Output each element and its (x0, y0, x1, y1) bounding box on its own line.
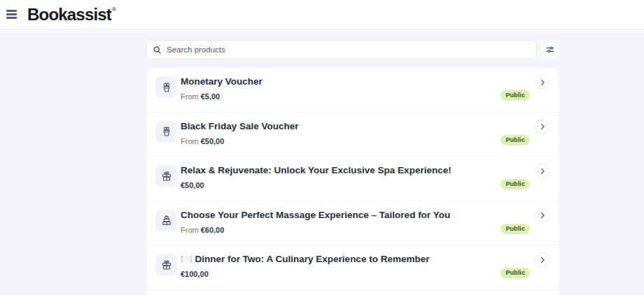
product-title: Monetary Voucher (181, 76, 496, 87)
product-title: Black Friday Sale Voucher (181, 121, 496, 132)
sliders-icon (545, 45, 555, 55)
chevron-right-icon (538, 167, 547, 175)
price-prefix: From (181, 137, 199, 145)
product-text: Monetary Voucher From€5,00 (181, 76, 496, 101)
open-product-button[interactable] (535, 164, 550, 178)
product-list-panel: Monetary Voucher From€5,00 Public (147, 68, 559, 295)
open-product-button[interactable] (535, 75, 550, 89)
product-list-item[interactable]: Relax & Rejuvenate: Unlock Your Exclusiv… (147, 157, 559, 201)
product-gift-icon (155, 76, 177, 98)
chevron-right-icon (538, 78, 547, 87)
product-title: Relax & Rejuvenate: Unlock Your Exclusiv… (181, 165, 496, 176)
product-price: From€5,00 (181, 92, 496, 101)
status-badge: Public (500, 224, 530, 234)
product-title: Choose Your Perfect Massage Experience –… (181, 210, 496, 221)
open-product-button[interactable] (535, 252, 550, 267)
product-price: €100,00 (181, 270, 496, 278)
brand-text: Bookassist (27, 6, 111, 23)
product-title: 🍽️ Dinner for Two: A Culinary Experience… (181, 254, 496, 265)
product-price: €50,00 (181, 181, 496, 189)
product-text: 🍽️ Dinner for Two: A Culinary Experience… (181, 254, 496, 278)
top-bar: Bookassist® (0, 0, 644, 29)
product-gift-icon (155, 254, 177, 275)
chevron-right-icon (538, 256, 547, 264)
chevron-right-icon (538, 122, 547, 131)
product-text: Choose Your Perfect Massage Experience –… (181, 210, 496, 234)
product-text: Relax & Rejuvenate: Unlock Your Exclusiv… (181, 165, 496, 189)
price-prefix: From (181, 92, 199, 101)
product-list-item[interactable]: 🍽️ Dinner for Two: A Culinary Experience… (147, 245, 559, 290)
status-badge: Public (500, 179, 530, 189)
chevron-right-icon (538, 211, 547, 220)
search-box[interactable] (146, 40, 537, 59)
product-price: From€50,00 (181, 137, 496, 145)
product-gift-icon (155, 121, 177, 143)
product-text: Black Friday Sale Voucher From€50,00 (181, 121, 496, 145)
open-product-button[interactable] (535, 208, 550, 223)
product-list-item[interactable]: Choose Your Perfect Massage Experience –… (147, 201, 559, 246)
price-value: €60,00 (201, 226, 225, 234)
search-row (146, 40, 559, 59)
filter-button[interactable] (541, 41, 559, 59)
search-input[interactable] (167, 45, 530, 54)
price-value: €50,00 (181, 181, 204, 189)
product-price: From€60,00 (181, 226, 496, 234)
product-gift-icon (155, 210, 177, 231)
price-value: €100,00 (181, 270, 209, 278)
product-gift-icon (155, 165, 177, 187)
status-badge: Public (500, 135, 530, 145)
price-prefix: From (181, 226, 199, 234)
price-value: €50,00 (201, 137, 225, 145)
price-value: €5,00 (201, 92, 220, 101)
status-badge: Public (500, 268, 530, 278)
product-list-item[interactable]: Monetary Voucher From€5,00 Public (147, 68, 559, 113)
search-icon (153, 45, 162, 55)
status-badge: Public (500, 90, 530, 101)
product-list-item[interactable]: Black Friday Sale Voucher From€50,00 Pub… (147, 113, 559, 157)
hamburger-menu-icon[interactable] (4, 6, 22, 24)
registered-mark: ® (112, 7, 115, 13)
open-product-button[interactable] (535, 120, 550, 134)
bookassist-logo: Bookassist® (27, 6, 115, 23)
